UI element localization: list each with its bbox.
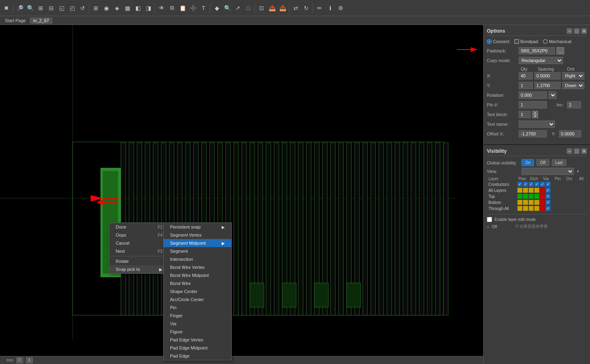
toolbar-arrow-icon[interactable]: ↗ xyxy=(233,3,243,13)
toolbar-info-icon[interactable]: ℹ xyxy=(325,3,335,13)
tab-m-2-67[interactable]: m_2_67 xyxy=(30,17,52,24)
through-all-all-check[interactable]: ✓ xyxy=(546,206,551,211)
top-all-check[interactable]: ✓ xyxy=(546,194,551,199)
canvas-btn1[interactable]: R xyxy=(17,358,23,363)
submenu-bond-wire-midpoint[interactable]: Bond Wire Midpoint xyxy=(164,271,231,279)
ctx-oops[interactable]: Oops F4 xyxy=(109,231,169,239)
inc-input[interactable] xyxy=(567,101,581,108)
text-block-up-btn[interactable]: ▲ xyxy=(532,111,538,114)
global-vis-off-btn[interactable]: Off xyxy=(536,159,549,166)
ctx-rotate[interactable]: Rotate xyxy=(109,257,169,265)
x-order-select[interactable]: Right Left xyxy=(562,72,584,79)
bottom-all-check[interactable]: ✓ xyxy=(546,200,551,205)
through-all-drc-color[interactable] xyxy=(540,206,545,211)
toolbar-zoom-in-icon[interactable]: 🔎 xyxy=(15,3,25,13)
submenu-pad-edge-vertex[interactable]: Pad Edge Vertex xyxy=(164,336,231,344)
options-restore-btn[interactable]: □ xyxy=(574,28,580,34)
toolbar-import-icon[interactable]: 📥 xyxy=(278,3,287,13)
ctx-cancel[interactable]: Cancel xyxy=(109,239,169,247)
toolbar-circle-icon[interactable]: ◉ xyxy=(102,3,111,13)
y-order-select[interactable]: Down Up xyxy=(562,82,584,89)
toolbar-copy-icon[interactable]: ⧉ xyxy=(167,3,177,13)
toolbar-grid2-icon[interactable]: ⊡ xyxy=(257,3,266,13)
toolbar-export-icon[interactable]: 📤 xyxy=(267,3,277,13)
radio-connect[interactable]: Connect xyxy=(487,39,509,44)
toolbar-shape3-icon[interactable]: ◧ xyxy=(133,3,143,13)
text-block-input[interactable] xyxy=(519,111,531,118)
copy-mode-select[interactable]: Rectangular xyxy=(519,57,563,64)
submenu-shape-center[interactable]: Shape Center xyxy=(164,287,231,295)
toolbar-diamond-icon[interactable]: ◆ xyxy=(212,3,222,13)
all-layers-drc-color[interactable] xyxy=(540,188,545,193)
submenu-segment[interactable]: Segment xyxy=(164,247,231,255)
conductors-drc-check[interactable]: ✓ xyxy=(540,182,545,187)
pin-input[interactable] xyxy=(519,101,547,108)
toolbar-flip-icon[interactable]: ⇄ xyxy=(291,3,301,13)
padstack-browse-btn[interactable]: ... xyxy=(557,47,564,54)
enable-layer-checkbox[interactable] xyxy=(487,217,492,222)
bottom-via-color[interactable] xyxy=(529,200,534,205)
submenu-pin[interactable]: Pin xyxy=(164,304,231,312)
toolbar-shape-icon[interactable]: ◈ xyxy=(112,3,122,13)
view-select[interactable] xyxy=(521,168,574,175)
submenu-arc-circle-center[interactable]: Arc/Circle Center xyxy=(164,295,231,304)
toolbar-zoom-icon2[interactable]: ⊟ xyxy=(46,3,56,13)
submenu-segment-vertex[interactable]: Segment Vertex xyxy=(164,231,231,239)
bottom-plan-color[interactable] xyxy=(517,200,522,205)
through-all-pin-color[interactable] xyxy=(534,206,539,211)
radio-mechanical[interactable]: Mechanical xyxy=(543,39,571,44)
toolbar-eye-icon[interactable]: 👁 xyxy=(157,3,166,13)
toolbar-grid-icon[interactable]: ⊞ xyxy=(91,3,101,13)
y-qty-input[interactable] xyxy=(519,82,533,89)
offset-y-input[interactable] xyxy=(559,130,581,137)
conductors-all-check[interactable]: ✓ xyxy=(546,182,551,187)
toolbar-zoom-icon3[interactable]: ◱ xyxy=(57,3,66,13)
all-layers-all-check[interactable]: ✓ xyxy=(546,188,551,193)
top-pin-color[interactable] xyxy=(534,194,539,199)
x-spacing-input[interactable] xyxy=(534,72,561,79)
conductors-etch-check[interactable]: ✓ xyxy=(523,182,528,187)
visibility-minimize-btn[interactable]: – xyxy=(567,148,572,154)
toolbar-add-icon[interactable]: ➕ xyxy=(188,3,198,13)
conductors-pin-check[interactable]: ✓ xyxy=(534,182,539,187)
through-all-etch-color[interactable] xyxy=(523,206,528,211)
options-minimize-btn[interactable]: – xyxy=(567,28,572,34)
toolbar-settings-icon[interactable]: ⚙ xyxy=(336,3,345,13)
ctx-snap-pick-to[interactable]: Snap pick to ▶ xyxy=(109,265,169,273)
toolbar-paste-icon[interactable]: 📋 xyxy=(178,3,187,13)
toolbar-pen-icon[interactable]: ✏ xyxy=(315,3,324,13)
submenu-pad-edge[interactable]: Pad Edge xyxy=(164,352,231,360)
rotation-select[interactable]: ▼ xyxy=(548,92,557,99)
top-etch-color[interactable] xyxy=(523,194,528,199)
rotation-input[interactable] xyxy=(519,92,547,99)
through-all-plan-color[interactable] xyxy=(517,206,522,211)
padstack-input[interactable] xyxy=(519,47,555,54)
visibility-close-btn[interactable]: ✕ xyxy=(581,148,587,154)
submenu-bond-wire[interactable]: Bond Wire xyxy=(164,279,231,287)
text-name-select[interactable] xyxy=(519,121,555,128)
submenu-intersection[interactable]: Intersection xyxy=(164,255,231,263)
x-qty-input[interactable] xyxy=(519,72,533,79)
conductors-plan-check[interactable]: ✓ xyxy=(517,182,522,187)
conductors-via-check[interactable]: ✓ xyxy=(529,182,534,187)
submenu-pad-edge-midpoint[interactable]: Pad Edge Midpoint xyxy=(164,344,231,352)
toolbar-search-icon[interactable]: 🔍 xyxy=(222,3,232,13)
top-drc-color[interactable] xyxy=(540,194,545,199)
top-plan-color[interactable] xyxy=(517,194,522,199)
bottom-etch-color[interactable] xyxy=(523,200,528,205)
toolbar-zoom-out-icon[interactable]: 🔍 xyxy=(25,3,35,13)
offset-x-input[interactable] xyxy=(519,130,547,137)
global-vis-on-btn[interactable]: On xyxy=(521,159,534,166)
y-spacing-input[interactable] xyxy=(534,82,561,89)
toolbar-rotate2-icon[interactable]: ↻ xyxy=(301,3,311,13)
submenu-bond-wire-vertex[interactable]: Bond Wire Vertex xyxy=(164,263,231,271)
submenu-persistent-snap[interactable]: Persistent snap ▶ xyxy=(164,223,231,231)
through-all-via-color[interactable] xyxy=(529,206,534,211)
checkbox-bondpad[interactable] xyxy=(514,39,519,44)
toolbar-refresh-icon[interactable]: ↺ xyxy=(78,3,87,13)
submenu-finger[interactable]: Finger xyxy=(164,312,231,320)
bottom-pin-color[interactable] xyxy=(534,200,539,205)
visibility-restore-btn[interactable]: □ xyxy=(574,148,580,154)
top-via-color[interactable] xyxy=(529,194,534,199)
all-layers-plan-color[interactable] xyxy=(517,188,522,193)
